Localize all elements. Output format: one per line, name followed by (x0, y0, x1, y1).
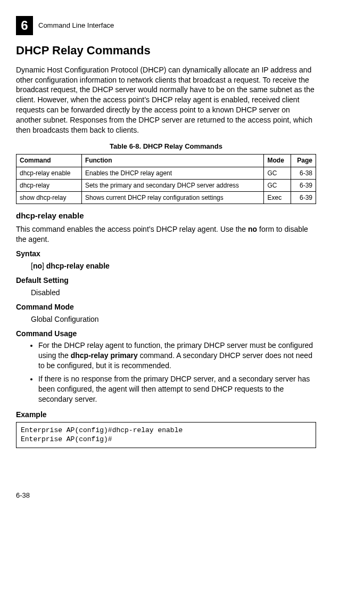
default-setting-label: Default Setting (16, 275, 316, 286)
desc-text-pre: This command enables the access point’s … (16, 225, 248, 233)
usage-bold-cmd: dhcp-relay primary (71, 351, 138, 360)
table-row: dhcp-relay enable Enables the DHCP relay… (16, 167, 316, 179)
table-caption: Table 6-8. DHCP Relay Commands (16, 142, 316, 155)
page-number: 6-38 (16, 491, 316, 500)
col-command: Command (16, 155, 82, 167)
command-name-heading: dhcp-relay enable (16, 210, 316, 221)
usage-bullet: If there is no response from the primary… (38, 374, 316, 404)
example-label: Example (16, 410, 316, 420)
usage-bullet: For the DHCP relay agent to function, th… (38, 340, 316, 371)
syntax-bracket-close: ] (42, 262, 46, 270)
table-row: dhcp-relay Sets the primary and secondar… (16, 179, 316, 191)
cell-command: show dhcp-relay (16, 192, 82, 204)
page-header: 6 Command Line Interface (16, 16, 316, 35)
cell-mode: GC (264, 179, 291, 191)
default-setting-value: Disabled (31, 288, 316, 298)
cell-page: 6-38 (291, 167, 316, 179)
desc-no-keyword: no (248, 225, 257, 233)
syntax-no-keyword: no (33, 262, 42, 270)
table-row: show dhcp-relay Shows current DHCP relay… (16, 192, 316, 204)
section-label: Command Line Interface (38, 21, 114, 30)
dhcp-relay-commands-table: Table 6-8. DHCP Relay Commands Command F… (16, 142, 316, 204)
cell-command: dhcp-relay enable (16, 167, 82, 179)
chapter-number-badge: 6 (16, 16, 33, 35)
usage-list: For the DHCP relay agent to function, th… (16, 340, 316, 404)
syntax-label: Syntax (16, 249, 316, 259)
syntax-line: [no] dhcp-relay enable (31, 261, 316, 271)
example-code-block: Enterprise AP(config)#dhcp-relay enable … (16, 422, 316, 448)
table-header-row: Command Function Mode Page (16, 155, 316, 167)
col-page: Page (291, 155, 316, 167)
intro-paragraph: Dynamic Host Configuration Protocol (DHC… (16, 65, 316, 135)
cell-mode: GC (264, 167, 291, 179)
command-description: This command enables the access point’s … (16, 224, 316, 245)
syntax-command: dhcp-relay enable (46, 262, 110, 270)
cell-function: Sets the primary and secondary DHCP serv… (81, 179, 264, 191)
cell-command: dhcp-relay (16, 179, 82, 191)
command-mode-value: Global Configuration (31, 314, 316, 324)
command-mode-label: Command Mode (16, 302, 316, 312)
cell-mode: Exec (264, 192, 291, 204)
command-usage-label: Command Usage (16, 329, 316, 339)
page-title: DHCP Relay Commands (16, 43, 316, 59)
col-function: Function (81, 155, 264, 167)
col-mode: Mode (264, 155, 291, 167)
cell-page: 6-39 (291, 192, 316, 204)
cell-function: Shows current DHCP relay configuration s… (81, 192, 264, 204)
cell-page: 6-39 (291, 179, 316, 191)
cell-function: Enables the DHCP relay agent (81, 167, 264, 179)
